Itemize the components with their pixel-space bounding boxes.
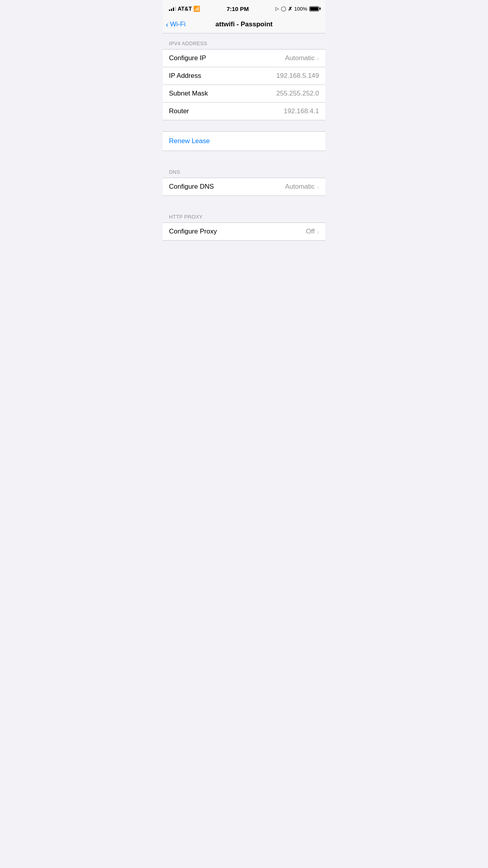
configure-proxy-row[interactable]: Configure Proxy Off › — [163, 223, 325, 240]
router-value-text: 192.168.4.1 — [284, 107, 319, 115]
ipv4-header-text: IPV4 ADDRESS — [169, 40, 207, 46]
dns-section: DNS Configure DNS Automatic › — [163, 162, 325, 196]
configure-proxy-chevron-icon: › — [317, 228, 319, 235]
bottom-spacer — [163, 241, 325, 319]
ip-address-label: IP Address — [169, 72, 201, 80]
ip-address-value-text: 192.168.5.149 — [276, 72, 319, 80]
alarm-icon: ◯ — [281, 6, 286, 11]
signal-bar-1 — [169, 9, 170, 11]
subnet-mask-label: Subnet Mask — [169, 90, 208, 97]
page-title: attwifi - Passpoint — [215, 20, 272, 28]
configure-dns-value-text: Automatic — [285, 183, 315, 191]
dns-header-text: DNS — [169, 169, 180, 175]
section-divider-1 — [163, 120, 325, 131]
configure-proxy-value-text: Off — [306, 228, 315, 235]
configure-dns-label: Configure DNS — [169, 183, 214, 191]
configure-dns-row[interactable]: Configure DNS Automatic › — [163, 178, 325, 195]
configure-dns-value: Automatic › — [285, 183, 319, 191]
ipv4-section: IPV4 ADDRESS Configure IP Automatic › IP… — [163, 33, 325, 120]
location-icon: ▷ — [275, 6, 279, 11]
ip-address-value: 192.168.5.149 — [276, 72, 319, 80]
router-value: 192.168.4.1 — [284, 107, 319, 115]
signal-bar-4 — [175, 6, 176, 11]
router-row: Router 192.168.4.1 — [163, 103, 325, 120]
carrier-label: AT&T — [178, 6, 192, 12]
wifi-icon: 📶 — [193, 6, 200, 12]
configure-proxy-value: Off › — [306, 228, 319, 235]
bluetooth-icon: ✗ — [288, 6, 292, 12]
back-chevron-icon: ‹ — [166, 20, 169, 28]
renew-lease-section: Renew Lease — [163, 131, 325, 151]
content: IPV4 ADDRESS Configure IP Automatic › IP… — [163, 33, 325, 319]
configure-proxy-label: Configure Proxy — [169, 228, 217, 235]
battery-container — [309, 6, 319, 11]
dns-table-group: Configure DNS Automatic › — [163, 178, 325, 196]
section-divider-3 — [163, 196, 325, 207]
back-label: Wi-Fi — [170, 20, 186, 28]
status-bar: AT&T 📶 7:10 PM ▷ ◯ ✗ 100% — [163, 0, 325, 17]
http-proxy-section-header: HTTP PROXY — [163, 207, 325, 223]
subnet-mask-value: 255.255.252.0 — [276, 90, 319, 97]
signal-bars-icon — [169, 6, 176, 11]
battery-icon — [309, 6, 319, 11]
configure-dns-chevron-icon: › — [317, 184, 319, 190]
http-proxy-section: HTTP PROXY Configure Proxy Off › — [163, 207, 325, 241]
ipv4-table-group: Configure IP Automatic › IP Address 192.… — [163, 49, 325, 120]
router-label: Router — [169, 107, 189, 115]
status-right: ▷ ◯ ✗ 100% — [275, 6, 319, 12]
ipv4-section-header: IPV4 ADDRESS — [163, 33, 325, 49]
dns-section-header: DNS — [163, 162, 325, 178]
subnet-mask-row: Subnet Mask 255.255.252.0 — [163, 85, 325, 103]
status-time: 7:10 PM — [227, 6, 249, 12]
configure-ip-row[interactable]: Configure IP Automatic › — [163, 50, 325, 67]
section-divider-2 — [163, 151, 325, 162]
signal-bar-3 — [173, 7, 174, 11]
renew-lease-button[interactable]: Renew Lease — [163, 132, 325, 151]
http-proxy-table-group: Configure Proxy Off › — [163, 223, 325, 241]
ip-address-row: IP Address 192.168.5.149 — [163, 67, 325, 85]
navigation-bar: ‹ Wi-Fi attwifi - Passpoint — [163, 17, 325, 33]
battery-percent-label: 100% — [294, 6, 307, 12]
configure-ip-value: Automatic › — [285, 54, 319, 62]
http-proxy-header-text: HTTP PROXY — [169, 214, 203, 220]
signal-bar-2 — [171, 9, 172, 11]
status-left: AT&T 📶 — [169, 6, 200, 12]
configure-ip-value-text: Automatic — [285, 54, 315, 62]
battery-fill — [310, 7, 318, 11]
configure-ip-label: Configure IP — [169, 54, 206, 62]
configure-ip-chevron-icon: › — [317, 55, 319, 62]
subnet-mask-value-text: 255.255.252.0 — [276, 90, 319, 97]
back-button[interactable]: ‹ Wi-Fi — [166, 20, 185, 28]
